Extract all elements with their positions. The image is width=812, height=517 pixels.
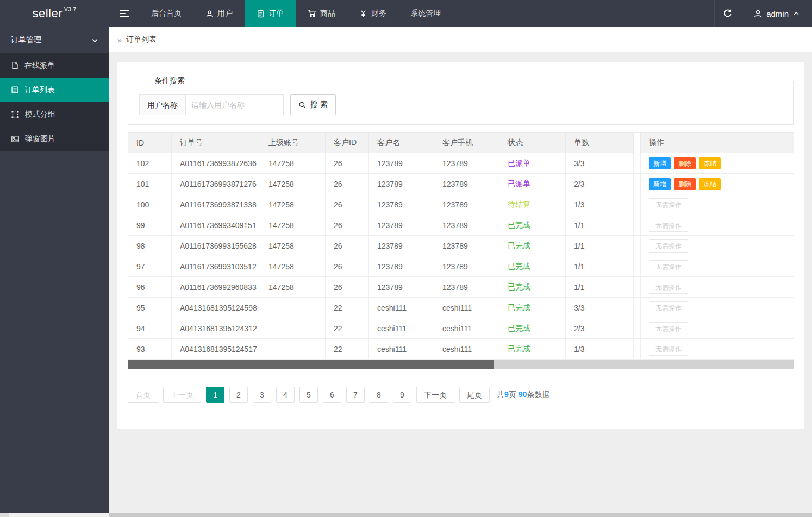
table-scrollbar-thumb[interactable] xyxy=(128,360,494,369)
table-gap-column xyxy=(634,277,641,298)
last-page-button[interactable]: 尾页 xyxy=(459,387,490,403)
page-number-button[interactable]: 6 xyxy=(323,387,341,403)
cell-customer-phone: 123789 xyxy=(434,277,499,298)
cell-parent-account xyxy=(260,318,326,339)
scrollbar-left-button[interactable] xyxy=(0,513,9,517)
page-scrollbar-thumb[interactable] xyxy=(109,513,812,517)
page-number-button[interactable]: 2 xyxy=(229,387,248,403)
nav-item-label: 财务 xyxy=(371,9,386,18)
status-badge: 已完成 xyxy=(508,282,530,291)
cell-status: 已完成 xyxy=(499,215,566,236)
no-action-badge: 无需操作 xyxy=(649,301,688,314)
no-action-badge: 无需操作 xyxy=(649,198,688,211)
cell-status: 已派单 xyxy=(499,153,566,174)
column-header: 操作 xyxy=(641,133,794,153)
cell-customer-name: ceshi111 xyxy=(369,339,434,360)
nav-item-label: 后台首页 xyxy=(151,9,182,18)
pagination-summary: 共9页 90条数据 xyxy=(497,390,549,400)
cell-customer-id: 26 xyxy=(326,194,369,215)
column-header: 单数 xyxy=(566,133,634,153)
nav-item-6[interactable]: 系统管理 xyxy=(398,0,453,27)
table-header-row: ID订单号上级账号客户ID客户名客户手机状态单数操作 xyxy=(128,133,794,153)
cell-count: 1/1 xyxy=(566,215,634,236)
nav-item-2[interactable]: 用户 xyxy=(193,0,245,27)
table-horizontal-scrollbar[interactable] xyxy=(128,360,794,369)
page-number-button[interactable]: 3 xyxy=(253,387,271,403)
column-header: ID xyxy=(128,133,172,153)
cell-order-no: A01161736993409151 xyxy=(172,215,260,236)
action-button[interactable]: 删除 xyxy=(674,157,696,169)
no-action-badge: 无需操作 xyxy=(649,219,688,232)
cell-id: 97 xyxy=(128,256,172,277)
cell-customer-name: ceshi111 xyxy=(369,298,434,318)
cell-count: 1/1 xyxy=(566,236,634,256)
nav-item-4[interactable]: 商品 xyxy=(296,0,347,27)
cell-actions: 无需操作 xyxy=(641,318,794,339)
page-number-button[interactable]: 4 xyxy=(276,387,295,403)
page-number-button[interactable]: 8 xyxy=(370,387,388,403)
app-logo: seller V3.7 xyxy=(0,0,109,27)
cell-customer-name: ceshi111 xyxy=(369,318,434,339)
cell-customer-name: 123789 xyxy=(369,277,434,298)
cell-customer-name: 123789 xyxy=(369,194,434,215)
sidebar-item-1[interactable]: 在线派单 xyxy=(0,53,109,78)
sidebar-group-orders[interactable]: 订单管理 xyxy=(0,27,109,53)
page-number-button[interactable]: 1 xyxy=(206,387,224,403)
cell-customer-id: 26 xyxy=(326,256,369,277)
orders-table: ID订单号上级账号客户ID客户名客户手机状态单数操作102A0116173699… xyxy=(128,132,794,360)
user-icon xyxy=(205,10,214,18)
action-button[interactable]: 冻结 xyxy=(699,157,721,169)
cell-id: 96 xyxy=(128,277,172,298)
user-icon xyxy=(753,9,763,18)
page-number-button[interactable]: 7 xyxy=(346,387,365,403)
table-row: 95A0413168139512459822ceshi111ceshi111已完… xyxy=(128,298,794,318)
action-button[interactable]: 新增 xyxy=(649,178,671,190)
cell-id: 95 xyxy=(128,298,172,318)
page-number-button[interactable]: 5 xyxy=(299,387,318,403)
no-action-badge: 无需操作 xyxy=(649,322,688,335)
cell-parent-account: 147258 xyxy=(260,215,326,236)
page-number-button[interactable]: 9 xyxy=(393,387,411,403)
app-version: V3.7 xyxy=(64,7,77,12)
table-gap-column xyxy=(634,215,641,236)
table-row: 101A011617369938712761472582612378912378… xyxy=(128,174,794,194)
status-badge: 已完成 xyxy=(508,324,530,332)
no-action-badge: 无需操作 xyxy=(649,239,688,253)
cell-customer-phone: 123789 xyxy=(434,215,499,236)
cell-customer-id: 26 xyxy=(326,174,369,194)
cell-order-no: A01161736992960833 xyxy=(172,277,260,298)
first-page-button: 首页 xyxy=(128,387,158,403)
table-gap-column xyxy=(634,318,641,339)
nav-item-5[interactable]: 财务 xyxy=(347,0,398,27)
sidebar-item-4[interactable]: 弹窗图片 xyxy=(0,127,109,151)
action-button[interactable]: 新增 xyxy=(649,157,671,169)
column-header: 客户手机 xyxy=(434,133,499,153)
page-horizontal-scrollbar[interactable] xyxy=(0,513,812,517)
nav-item-3[interactable]: 订单 xyxy=(245,0,296,27)
action-button[interactable]: 删除 xyxy=(674,178,696,190)
cell-actions: 无需操作 xyxy=(641,215,794,236)
search-panel: 条件搜索 用户名称 搜 索 xyxy=(128,76,794,125)
sidebar-item-2[interactable]: 订单列表 xyxy=(0,78,109,102)
search-button[interactable]: 搜 索 xyxy=(290,94,336,115)
next-page-button[interactable]: 下一页 xyxy=(416,387,454,403)
sidebar-submenu: 在线派单订单列表模式分组弹窗图片 xyxy=(0,53,109,151)
cell-customer-name: 123789 xyxy=(369,215,434,236)
refresh-icon[interactable] xyxy=(714,0,741,27)
table-row: 99A0116173699340915114725826123789123789… xyxy=(128,215,794,236)
cell-actions: 无需操作 xyxy=(641,236,794,256)
page-icon xyxy=(11,61,19,70)
cell-customer-phone: 123789 xyxy=(434,153,499,174)
sidebar-item-3[interactable]: 模式分组 xyxy=(0,102,109,127)
username-search-input[interactable] xyxy=(186,94,284,115)
column-header: 上级账号 xyxy=(260,133,326,153)
cell-count: 3/3 xyxy=(566,153,634,174)
user-menu[interactable]: admin xyxy=(741,0,812,27)
cell-count: 1/1 xyxy=(566,256,634,277)
action-button[interactable]: 冻结 xyxy=(699,178,721,190)
sidebar-collapse-icon[interactable] xyxy=(109,0,139,27)
nav-item-1[interactable]: 后台首页 xyxy=(139,0,193,27)
cell-customer-phone: 123789 xyxy=(434,194,499,215)
cell-order-no: A01161736993872636 xyxy=(172,153,260,174)
app-logo-text: seller xyxy=(32,7,63,21)
